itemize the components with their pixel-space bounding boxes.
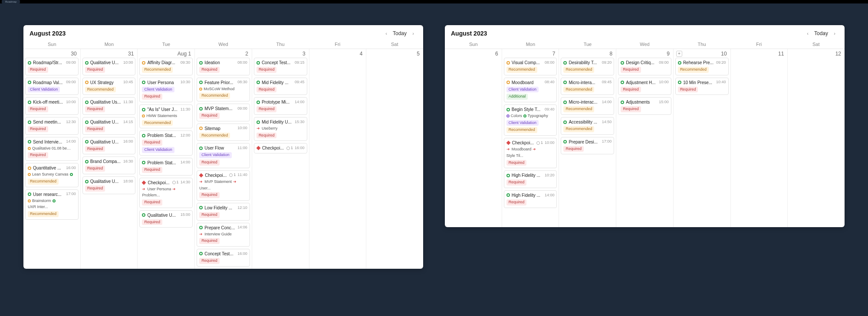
tab-roadmap[interactable]: Roadmap [2,0,20,3]
event-card[interactable]: Qualitative U...16:00 Required [82,137,136,155]
today-button[interactable]: Today [812,29,831,37]
tag-req: Required [199,160,220,166]
event-card[interactable]: Prepare Desi...17:00 Required [561,137,614,155]
event-card[interactable]: Checkpoi...114:30 ➜User Persona➜Problem.… [139,178,193,208]
event-card[interactable]: Low Fidelity ...12:10 Required [197,203,250,221]
event-card[interactable]: Mid Fidelity ...09:45 Required [254,78,307,95]
event-card[interactable]: Qualitative U...15:00 Required [139,210,193,228]
status-dot-icon [256,121,260,124]
status-dot-icon [28,101,31,104]
prev-arrow-icon[interactable]: ‹ [804,29,812,37]
event-card[interactable]: Problem Stat...14:00 Required [139,158,193,176]
event-title: Send meetin... [33,119,64,125]
checkpoint-icon [256,146,260,150]
event-card[interactable]: Micro-intera...09:45 Recommended [561,78,614,95]
event-card[interactable]: Affinity Diagr...09:30 Recommended [139,58,193,75]
tag-rec: Recommended [563,126,594,132]
event-card[interactable]: Adjustment H...10:00 Required [618,78,671,95]
day-column: 7 Visual Comp...08:00 Recommended Moodbo… [502,49,559,227]
event-card[interactable]: Micro-interac...14:00 Recommended [561,97,614,115]
event-card[interactable]: Begin Style T...09:40 ColorsTypography C… [504,104,557,136]
add-event-button[interactable]: + [676,51,682,57]
tag-rec: Recommended [506,127,537,133]
event-card[interactable]: MVP Statem...09:00 Required [197,104,250,121]
event-title: Prepare Conc... [204,225,236,231]
event-card[interactable]: Checkpoi...111:40 ➜MVP Statement➜User...… [197,170,250,201]
event-card[interactable]: Quantitative ...16:00 Lean Survey Canvas… [25,163,79,187]
event-card[interactable]: UX Strategy10:45 Recommended [82,78,136,95]
tag-cli: Client Validation [506,120,539,126]
event-card[interactable]: Roadmap Val...09:00 Client Validation [25,78,79,95]
event-card[interactable]: 10 Min Prese...10:40 Required [675,78,729,95]
event-card[interactable]: Design Critiq...09:00 Required [618,58,671,75]
event-card[interactable]: Rehearse Pre...09:20 Recommended [675,58,729,75]
events-list: Ideation08:00 Required Feature Prior...0… [195,58,252,267]
event-time: 09:45 [295,80,305,85]
dow-cell: Wed [195,40,252,49]
event-card[interactable]: Desirability T...09:20 Recommended [561,58,614,75]
event-subs: HMW Statements [142,114,190,119]
event-card[interactable]: Concept Test...09:15 Required [254,58,307,75]
status-dot-icon [28,166,31,170]
dow-cell: Fri [309,40,366,49]
event-card[interactable]: Prepare Conc...14:06 ➜Interview Guide Re… [197,223,250,247]
event-card[interactable]: Sitemap10:00 Recommended [197,124,250,141]
event-card[interactable]: High Fidelity ...14:00 Required [504,190,557,208]
days-grid: 30 Roadmap/Str...09:00 Required Roadmap … [23,49,423,269]
event-card[interactable]: Send meetin...12:30 Required [25,117,79,135]
event-card[interactable]: Adjustments15:00 Required [618,97,671,115]
event-card[interactable]: Qualitative Us...11:30 Required [82,97,136,115]
tag-rec: Recommended [563,106,594,112]
event-card[interactable]: Send Intervie...14:00 Qualitative 01.08 … [25,137,79,161]
dow-cell: Sun [445,40,502,49]
event-title: UX Strategy [90,80,122,85]
event-card[interactable]: Ideation08:00 Required [197,58,250,75]
arrow-icon: ➜ [142,187,145,192]
event-card[interactable]: Feature Prior...08:30 MoSCoW Method Reco… [197,78,250,101]
event-card[interactable]: Kick-off meeti...10:00 Required [25,97,79,115]
event-time: 10:00 [237,126,247,131]
event-card[interactable]: Mid Fidelity U...15:30 ➜Useberry Require… [254,117,307,141]
arrow-icon: ➜ [506,147,510,152]
event-time: 14:00 [602,100,612,105]
today-button[interactable]: Today [390,29,409,37]
dow-cell: Mon [81,40,138,49]
checkpoint-icon [142,180,146,185]
tag-req: Required [506,179,527,186]
tag-req: Required [506,199,527,205]
tag-rec: Recommended [28,211,59,217]
event-card[interactable]: User Persona10:30 Client ValidationRequi… [139,78,193,102]
event-card[interactable]: Problem Stat...12:00 RequiredClient Vali… [139,130,193,155]
event-title: Begin Style T... [512,107,543,112]
tag-rec: Recommended [142,67,173,73]
event-title: Checkpoi... [512,140,535,146]
next-arrow-icon[interactable]: › [409,29,417,37]
status-dot-icon [199,61,203,65]
event-card[interactable]: Roadmap/Str...09:00 Required [25,58,79,75]
event-card[interactable]: Qualitative U...10:00 Required [82,58,136,75]
event-card[interactable]: Visual Comp...08:00 Recommended [504,58,557,75]
event-title: User Flow [204,145,236,151]
event-card[interactable]: Checkpoi...110:00 ➜Moodboard➜Style Til..… [504,138,557,168]
event-card[interactable]: Brand Compa...16:30 Required [82,156,136,174]
event-card[interactable]: Qualitative U...14:15 Required [82,117,136,135]
event-card[interactable]: User researc...17:00 BrainstormUXR Inter… [25,189,79,220]
tag-req: Required [85,146,105,152]
event-card[interactable]: Accessibility ...14:50 Recommended [561,117,614,135]
prev-arrow-icon[interactable]: ‹ [382,29,390,37]
tag-cli: Client Validation [506,87,539,93]
next-arrow-icon[interactable]: › [831,29,838,37]
event-card[interactable]: High Fidelity ...10:20 Required [504,170,557,188]
event-card[interactable]: Checkpoi...116:00 [254,143,307,153]
sub-text: MVP Statement [204,179,232,185]
event-card[interactable]: Prototype Mi...14:00 Required [254,97,307,115]
event-card[interactable]: User Flow11:00 Client ValidationRequired [197,143,250,168]
event-time: 16:30 [123,159,133,164]
event-card[interactable]: Concept Test...16:00 Required [197,249,250,267]
tag-req: Required [142,94,162,100]
event-card[interactable]: Moodboard08:40 Client ValidationAddition… [504,78,557,102]
event-card[interactable]: "As Is" User J...11:30 HMW Statements Re… [139,104,193,128]
event-time: 17:00 [602,139,612,144]
event-time: 15:30 [295,120,305,125]
event-card[interactable]: Qualitative U...18:00 Required [82,176,136,194]
